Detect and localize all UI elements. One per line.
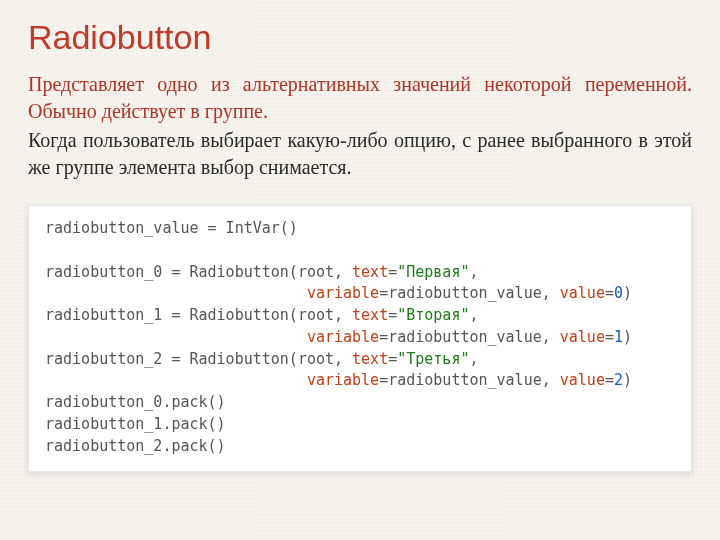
code-text [45,371,307,389]
code-text: radiobutton_1.pack() [45,415,226,433]
code-text [45,328,307,346]
code-text: ) [623,328,632,346]
code-text: = [388,350,397,368]
code-text: value [560,328,605,346]
code-text: variable [307,371,379,389]
code-text: radiobutton_value [45,219,208,237]
code-text: ) [623,284,632,302]
code-text: radiobutton_value [388,371,542,389]
code-text: root [298,263,334,281]
code-text: = [208,219,217,237]
code-text: radiobutton_2.pack() [45,437,226,455]
code-text: = [379,328,388,346]
code-text: () [280,219,298,237]
code-text: 1 [614,328,623,346]
code-text: = [605,328,614,346]
code-text: , [334,263,352,281]
code-text: , [334,306,352,324]
code-text: radiobutton_value [388,284,542,302]
code-text: value [560,371,605,389]
code-text: text [352,306,388,324]
code-text: Radiobutton [180,306,288,324]
code-text: , [542,328,560,346]
code-text: radiobutton_value [388,328,542,346]
code-text: , [542,371,560,389]
code-text: = [388,306,397,324]
code-text: = [388,263,397,281]
code-text: root [298,350,334,368]
code-text: value [560,284,605,302]
slide-title: Radiobutton [28,18,692,57]
code-text [45,284,307,302]
code-text: "Вторая" [397,306,469,324]
code-text: radiobutton_2 [45,350,171,368]
code-text: , [469,306,478,324]
code-text: Radiobutton [180,263,288,281]
slide: Radiobutton Представляет одно из альтерн… [0,0,720,540]
code-text: = [379,371,388,389]
code-text: = [605,371,614,389]
code-text: radiobutton_1 [45,306,171,324]
code-text: , [469,263,478,281]
code-text: "Первая" [397,263,469,281]
description-secondary: Когда пользователь выбирает какую-либо о… [28,127,692,181]
code-text: "Третья" [397,350,469,368]
code-text: 2 [614,371,623,389]
code-text: variable [307,284,379,302]
code-text: variable [307,328,379,346]
code-text: = [605,284,614,302]
code-text: , [334,350,352,368]
code-text: ) [623,371,632,389]
code-text: , [469,350,478,368]
code-text: root [298,306,334,324]
code-text: ( [289,263,298,281]
code-text: Radiobutton [180,350,288,368]
code-text: radiobutton_0 [45,263,171,281]
code-text: radiobutton_0.pack() [45,393,226,411]
code-text: ( [289,350,298,368]
code-text: IntVar [217,219,280,237]
code-text: 0 [614,284,623,302]
code-text: text [352,350,388,368]
code-text: , [542,284,560,302]
code-text: = [379,284,388,302]
description-primary: Представляет одно из альтернативных знач… [28,71,692,125]
code-text: text [352,263,388,281]
code-text: ( [289,306,298,324]
code-block: radiobutton_value = IntVar() radiobutton… [28,205,692,472]
